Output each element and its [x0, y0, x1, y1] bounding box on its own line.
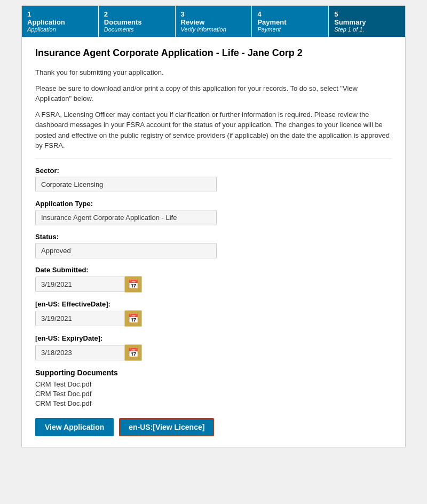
divider-1	[35, 159, 392, 159]
step-3-title: Review	[181, 18, 247, 26]
status-field-group: Status: Approved	[35, 233, 392, 258]
list-item: CRM Test Doc.pdf	[35, 399, 392, 407]
list-item: CRM Test Doc.pdf	[35, 390, 392, 398]
step-2-sub: Documents	[104, 26, 170, 33]
button-row: View Application en-US:[View Licence]	[35, 418, 392, 436]
page-title: Insurance Agent Corporate Application - …	[35, 48, 392, 59]
date-submitted-label: Date Submitted:	[35, 266, 392, 274]
view-licence-button[interactable]: en-US:[View Licence]	[119, 418, 214, 436]
calendar-icon-effective: 📅	[128, 313, 139, 324]
step-5-title: Summary	[334, 18, 400, 26]
progress-step-5[interactable]: 5 Summary Step 1 of 1.	[329, 6, 405, 37]
effective-date-label: [en-US: EffectiveDate]:	[35, 300, 392, 308]
status-value: Approved	[35, 243, 217, 258]
intro-text-3: A FSRA, Licensing Officer may contact yo…	[35, 109, 392, 151]
effective-date-calendar-button[interactable]: 📅	[125, 310, 142, 327]
effective-date-wrap: 3/19/2021 📅	[35, 310, 142, 327]
step-3-sub: Verify information	[181, 26, 247, 33]
progress-step-1[interactable]: 1 Application Application	[22, 6, 99, 37]
step-5-num: 5	[334, 10, 338, 18]
step-1-num: 1	[27, 10, 31, 18]
step-1-sub: Application	[27, 26, 93, 33]
supporting-docs-section: Supporting Documents CRM Test Doc.pdf CR…	[35, 368, 392, 407]
step-4-sub: Payment	[257, 26, 323, 33]
app-type-value: Insurance Agent Corporate Application - …	[35, 210, 217, 225]
supporting-docs-title: Supporting Documents	[35, 368, 392, 377]
progress-step-4[interactable]: 4 Payment Payment	[252, 6, 329, 37]
step-2-num: 2	[104, 10, 108, 18]
effective-date-field-group: [en-US: EffectiveDate]: 3/19/2021 📅	[35, 300, 392, 327]
intro-text-2: Please be sure to download and/or print …	[35, 83, 392, 104]
calendar-icon-submitted: 📅	[128, 279, 139, 289]
sector-field-group: Sector: Corporate Licensing	[35, 167, 392, 192]
step-5-sub: Step 1 of 1.	[334, 26, 400, 33]
list-item: CRM Test Doc.pdf	[35, 380, 392, 388]
progress-bar: 1 Application Application 2 Documents Do…	[22, 6, 405, 37]
main-content: Insurance Agent Corporate Application - …	[22, 37, 405, 447]
date-submitted-calendar-button[interactable]: 📅	[125, 276, 142, 293]
date-submitted-field-group: Date Submitted: 3/19/2021 📅	[35, 266, 392, 293]
app-type-label: Application Type:	[35, 200, 392, 208]
step-3-num: 3	[181, 10, 185, 18]
date-submitted-wrap: 3/19/2021 📅	[35, 276, 142, 293]
step-4-title: Payment	[257, 18, 323, 26]
app-type-field-group: Application Type: Insurance Agent Corpor…	[35, 200, 392, 225]
intro-text-1: Thank you for submitting your applicatio…	[35, 67, 392, 78]
view-application-button[interactable]: View Application	[35, 418, 114, 436]
step-4-num: 4	[257, 10, 261, 18]
step-1-title: Application	[27, 18, 93, 26]
progress-step-2[interactable]: 2 Documents Documents	[99, 6, 176, 37]
calendar-icon-expiry: 📅	[128, 348, 139, 358]
status-label: Status:	[35, 233, 392, 241]
date-submitted-value: 3/19/2021	[35, 277, 125, 292]
sector-value: Corporate Licensing	[35, 177, 217, 192]
expiry-date-wrap: 3/18/2023 📅	[35, 344, 142, 361]
expiry-date-label: [en-US: ExpiryDate]:	[35, 334, 392, 342]
expiry-date-value: 3/18/2023	[35, 345, 125, 360]
effective-date-value: 3/19/2021	[35, 311, 125, 326]
expiry-date-field-group: [en-US: ExpiryDate]: 3/18/2023 📅	[35, 334, 392, 361]
page-wrapper: 1 Application Application 2 Documents Do…	[21, 5, 406, 447]
progress-step-3[interactable]: 3 Review Verify information	[176, 6, 252, 37]
step-2-title: Documents	[104, 18, 170, 26]
sector-label: Sector:	[35, 167, 392, 175]
expiry-date-calendar-button[interactable]: 📅	[125, 344, 142, 361]
